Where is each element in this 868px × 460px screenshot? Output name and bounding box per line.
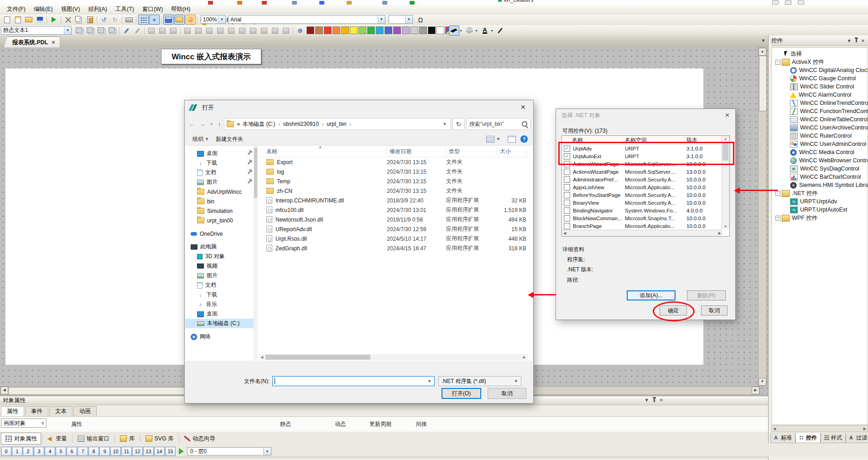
group-icon[interactable] (74, 26, 85, 36)
nav-scrollbar[interactable] (254, 146, 258, 361)
color-swatch-111111[interactable] (428, 26, 436, 34)
remove-button[interactable]: 删除(R) (687, 290, 726, 300)
new-folder-button[interactable]: 新建文件夹 (212, 134, 247, 145)
tree-item-wincc-alarmcontrol[interactable]: WinCC AlarmControl (790, 91, 868, 99)
chevron-down-icon[interactable]: ▼ (514, 379, 521, 383)
nav-item-16[interactable]: 桌面 (185, 309, 254, 319)
color-swatch-9a55b5[interactable] (393, 26, 401, 34)
tree-item-wincc-userarchivecontrol[interactable]: WinCC UserArchiveControl (790, 124, 868, 132)
breadcrumb[interactable]: «本地磁盘 (C:)›sbshmi230910›urpt_bin› ▼ (224, 118, 451, 130)
color-swatch-8ed84b[interactable] (359, 26, 366, 34)
copy-icon[interactable] (74, 15, 84, 25)
close-tab-icon[interactable]: × (52, 39, 55, 46)
checkbox-icon[interactable] (564, 223, 570, 229)
scroll-right-icon[interactable]: ▶ (718, 231, 721, 235)
checkbox-icon[interactable] (564, 184, 570, 191)
chevron-down-icon[interactable]: ▼ (459, 29, 463, 32)
switcher-5[interactable]: 动态向导 (180, 433, 219, 444)
expand-icon[interactable]: + (775, 216, 780, 221)
forward-icon[interactable]: → (198, 121, 207, 128)
window-controls[interactable] (772, 0, 804, 5)
nav-item-3[interactable]: 图片 (185, 177, 254, 187)
chevron-down-icon[interactable]: ▼ (64, 26, 71, 34)
breadcrumb-item-2[interactable]: urpt_bin (327, 121, 346, 127)
layer-button-5[interactable]: 5 (56, 447, 66, 456)
tree-item--[interactable]: 选择 (784, 50, 868, 58)
cut-icon[interactable] (63, 15, 73, 25)
scroll-left-icon[interactable]: ◀ (260, 355, 263, 359)
file-row[interactable]: Export2024/7/30 13:15文件夹 (259, 157, 531, 167)
layer-button-6[interactable]: 6 (67, 447, 77, 456)
send-backward-icon[interactable] (107, 26, 118, 36)
layers-icon[interactable] (174, 15, 185, 25)
nav-item-5[interactable]: bin (185, 196, 254, 206)
scroll-down-icon[interactable]: ▼ (759, 378, 766, 386)
scroll-right-icon[interactable]: ▶ (752, 387, 759, 394)
palette-tab-1[interactable]: 控件 (795, 433, 821, 443)
pipette-icon[interactable] (121, 26, 132, 36)
align-top-icon[interactable] (204, 26, 215, 36)
color-swatch-c17d4f[interactable] (315, 26, 323, 34)
chevron-down-icon[interactable]: ▼ (847, 38, 852, 43)
dialog-title-bar[interactable]: 选择 .NET 对象 (556, 109, 735, 122)
align-bottom-icon[interactable] (215, 26, 226, 36)
preview-pane-icon[interactable] (508, 136, 516, 143)
nav-item-6[interactable]: Simulation (185, 206, 254, 216)
close-icon[interactable]: ✕ (861, 38, 865, 43)
scroll-up-icon[interactable]: ▲ (724, 137, 727, 140)
layer-button-8[interactable]: 8 (88, 447, 99, 456)
net-control-row[interactable]: BinaryViewMicrosoft.Security.A...10.0.0.… (562, 199, 729, 207)
tree-item-urpt-urptadv[interactable]: NURPT.UrptAdv (790, 197, 868, 206)
brush-icon[interactable] (449, 26, 459, 36)
close-icon[interactable]: ✕ (513, 100, 533, 114)
tree-item-activex-[interactable]: ActiveX 控件 (782, 58, 868, 66)
net-control-row[interactable]: BindingNavigatorSystem.Windows.Fo...4.0.… (562, 207, 729, 214)
tab-report-system-pdl[interactable]: 报表系统.PDL× (4, 36, 60, 48)
print-icon[interactable] (124, 15, 135, 25)
layer-button-14[interactable]: 14 (154, 447, 165, 456)
properties-tab-2[interactable]: 文本 (49, 406, 73, 416)
align-right-icon[interactable] (193, 26, 204, 36)
tree-item-wincc-onlinetablecontrol[interactable]: WinCC OnlineTableControl (790, 115, 868, 124)
pin-icon[interactable] (654, 398, 655, 402)
column-header-3[interactable]: 大小 (497, 147, 526, 155)
nav-item-7[interactable]: urpt_bin00 (185, 216, 254, 225)
object-selector-combo[interactable]: 静态文本1▼ (1, 26, 72, 35)
fill-icon[interactable] (464, 26, 474, 36)
scroll-left-icon[interactable]: ◀ (563, 231, 566, 235)
layer-button-13[interactable]: 13 (143, 447, 154, 456)
ungroup-icon[interactable] (85, 26, 96, 36)
menu-item-5[interactable]: 窗口(W) (138, 5, 167, 14)
chevron-down-icon[interactable]: ▼ (405, 16, 412, 23)
pan-icon[interactable]: ⊕ (295, 26, 306, 36)
tree-item-siemens-hmi-symbol-library[interactable]: Siemens HMI Symbol Library (790, 181, 868, 189)
layer-button-3[interactable]: 3 (34, 447, 44, 456)
tree-item-wincc-gauge-control[interactable]: WinCC Gauge Control (790, 74, 868, 83)
layer-button-9[interactable]: 9 (99, 447, 110, 456)
net-control-row[interactable]: AppxListViewMicrosoft.Applicatio...10.0.… (562, 183, 729, 191)
nav-item-11[interactable]: 视频 (185, 261, 254, 271)
bring-forward-icon[interactable] (96, 26, 107, 36)
chevron-down-icon[interactable]: ▼ (218, 16, 225, 23)
font-color-icon[interactable]: A (479, 26, 490, 36)
minimize-icon[interactable] (772, 0, 779, 5)
scrollbar-thumb[interactable] (265, 355, 370, 360)
switcher-0[interactable]: 对象属性 (1, 433, 41, 444)
color-swatch-f6863c[interactable] (333, 26, 340, 34)
view-list-icon[interactable] (486, 136, 494, 143)
layer-button-0[interactable]: 0 (1, 447, 11, 456)
static-text-object[interactable]: Wincc 嵌入式报表演示 (161, 49, 261, 64)
net-control-row[interactable]: BranchPageMicrosoft.Applicatio...10.0.0.… (562, 222, 729, 230)
same-height-icon[interactable] (281, 26, 291, 36)
nav-item-13[interactable]: 文档 (185, 280, 254, 290)
tree-item-wincc-barchartcontrol[interactable]: WinCC BarChartControl (790, 173, 868, 181)
palette-tab-0[interactable]: A标准 (770, 433, 795, 443)
file-row[interactable]: Interop.CCHMIRUNTIME.dll2018/3/9 22:40应用… (259, 196, 531, 205)
filename-input[interactable]: ▼ (272, 376, 435, 386)
scrollbar-thumb[interactable] (8, 387, 201, 395)
nav-item-4[interactable]: AdvUrptWincc (185, 187, 254, 196)
properties-tab-1[interactable]: 事件 (25, 406, 48, 416)
chevron-down-icon[interactable]: ▼ (496, 137, 500, 141)
color-swatch-ffffff[interactable] (437, 26, 444, 34)
color-swatch-8c1d18[interactable] (307, 26, 314, 34)
